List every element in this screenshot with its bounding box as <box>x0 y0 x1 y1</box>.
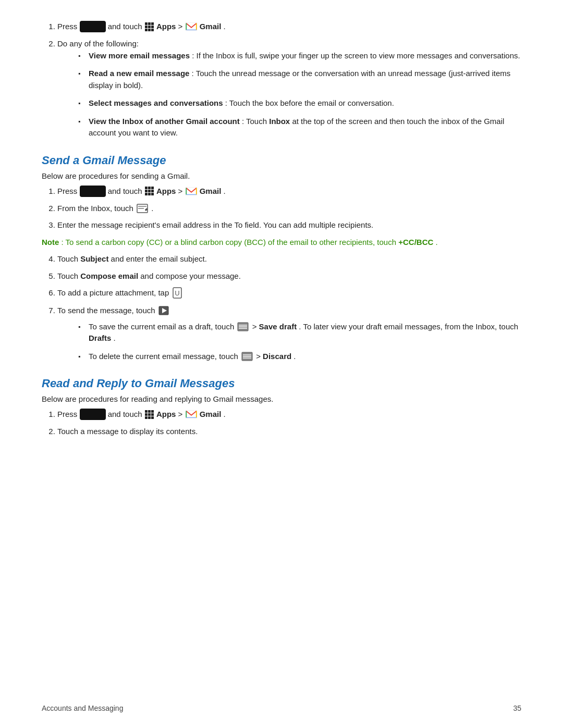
section2-bullets2: To save the current email as a draft, to… <box>78 321 521 363</box>
section2-subtext: Below are procedures for sending a Gmail… <box>42 171 521 180</box>
s3-gmail-label: Gmail <box>200 410 222 418</box>
note-block: Note : To send a carbon copy (CC) or a b… <box>42 237 521 249</box>
s3-gmail-icon <box>186 410 197 418</box>
s2-item2-period: . <box>151 204 153 213</box>
s2-item3-text: Enter the message recipient's email addr… <box>57 220 373 229</box>
bullet4-bold: View the Inbox of another Gmail account <box>89 117 240 126</box>
menu-icon-2 <box>241 352 253 361</box>
s2-compose-icon <box>137 204 148 213</box>
apps-grid-icon <box>145 22 154 31</box>
svg-rect-0 <box>186 22 197 31</box>
s2-gmail-icon <box>186 187 197 195</box>
bullet4-inbox: Inbox <box>269 117 290 126</box>
note-text-after: . <box>436 238 438 246</box>
section2-item5: Touch Compose email and compose your mes… <box>57 270 521 282</box>
s2-b1-pre: To save the current email as a draft, to… <box>89 322 236 331</box>
s2-b1-mid: . To later view your draft email message… <box>299 322 518 331</box>
period: . <box>224 22 226 31</box>
s2-item4-pre: Touch <box>57 254 80 263</box>
s2-arrow-text: > <box>178 187 185 195</box>
s3-apps-grid-icon <box>145 410 154 419</box>
s2-b1-arrow: > <box>252 322 259 331</box>
section1-bullets: View more email messages : If the Inbox … <box>78 50 521 139</box>
svg-text:U: U <box>175 289 180 297</box>
gmail-icon <box>186 22 197 31</box>
s2-item4-subject: Subject <box>80 254 108 263</box>
attachment-icon: U <box>172 287 182 299</box>
section1-list: Press and touch Apps > Gmail . Do any of… <box>57 21 521 139</box>
s3-arrow-text: > <box>178 410 185 418</box>
bullet2-bold: Read a new email message <box>89 69 189 78</box>
s2-b2-arrow: > <box>256 352 263 361</box>
footer-left: Accounts and Messaging <box>42 704 123 712</box>
s2-apps-grid-icon <box>145 187 154 195</box>
s2-b1-save: Save draft <box>259 322 297 331</box>
s2-press-text: Press <box>57 187 80 195</box>
s2-item5-post: and compose your message. <box>140 272 241 280</box>
s2-home-button-icon <box>80 186 106 197</box>
s2-item5-pre: Touch <box>57 272 80 280</box>
section1-item1: Press and touch Apps > Gmail . <box>57 21 521 33</box>
section2-item3: Enter the message recipient's email addr… <box>57 219 521 231</box>
and-touch-text: and touch <box>108 22 144 31</box>
s2-bullet2: To delete the current email message, tou… <box>78 351 521 363</box>
section2-list2: Touch Subject and enter the email subjec… <box>57 253 521 362</box>
s2-from-inbox: From the Inbox, touch <box>57 204 136 213</box>
s2-gmail-label: Gmail <box>200 187 222 195</box>
s2-b2-pre: To delete the current email message, tou… <box>89 352 240 361</box>
s2-b2-discard: Discard <box>263 352 291 361</box>
section2-item7: To send the message, touch To save the c… <box>57 305 521 362</box>
footer: Accounts and Messaging 35 <box>42 704 521 712</box>
section2-item2: From the Inbox, touch . <box>57 203 521 215</box>
bullet3-rest: : Touch the box before the email or conv… <box>225 98 394 107</box>
s2-item7-pre: To send the message, touch <box>57 306 157 315</box>
svg-rect-1 <box>186 187 197 195</box>
menu-icon-1 <box>237 322 249 331</box>
send-icon <box>158 306 169 315</box>
home-button-icon <box>80 21 106 32</box>
apps-label: Apps <box>156 22 176 31</box>
s2-item4-post: and enter the email subject. <box>111 254 207 263</box>
section3-subtext: Below are procedures for reading and rep… <box>42 394 521 403</box>
s2-b1-drafts: Drafts <box>89 334 111 342</box>
s2-b1-end: . <box>114 334 116 342</box>
section3-list: Press and touch Apps > Gmail . Touch a m… <box>57 409 521 438</box>
do-any-text: Do any of the following: <box>57 39 139 48</box>
s3-press-text: Press <box>57 410 80 418</box>
press-text: Press <box>57 22 80 31</box>
section3-heading: Read and Reply to Gmail Messages <box>42 377 521 390</box>
bullet-view-inbox: View the Inbox of another Gmail account … <box>78 116 521 139</box>
s3-home-button-icon <box>80 409 106 420</box>
s2-item5-compose: Compose email <box>80 272 138 280</box>
s3-item2-text: Touch a message to display its contents. <box>57 427 198 436</box>
footer-right: 35 <box>513 704 521 712</box>
bullet-view-more: View more email messages : If the Inbox … <box>78 50 521 62</box>
gmail-label: Gmail <box>200 22 222 31</box>
section2-heading: Send a Gmail Message <box>42 154 521 167</box>
section2-list1: Press and touch Apps > Gmail . From the … <box>57 186 521 231</box>
section1-item2: Do any of the following: View more email… <box>57 38 521 139</box>
bullet-select-messages: Select messages and conversations : Touc… <box>78 97 521 109</box>
s3-period: . <box>224 410 226 418</box>
svg-rect-18 <box>186 410 197 418</box>
s3-apps-label: Apps <box>156 410 176 418</box>
s2-period: . <box>224 187 226 195</box>
section3-item1: Press and touch Apps > Gmail . <box>57 409 521 421</box>
bullet4-rest1: : Touch <box>242 117 269 126</box>
s3-and-touch-text: and touch <box>108 410 144 418</box>
s2-and-touch-text: and touch <box>108 187 144 195</box>
s2-item6-pre: To add a picture attachment, tap <box>57 288 171 297</box>
s2-apps-label: Apps <box>156 187 176 195</box>
bullet-read-new: Read a new email message : Touch the unr… <box>78 68 521 91</box>
section2-item4: Touch Subject and enter the email subjec… <box>57 253 521 265</box>
section3-item2: Touch a message to display its contents. <box>57 426 521 438</box>
s2-b2-end: . <box>293 352 296 361</box>
cc-bcc-label: +CC/BCC <box>398 238 433 246</box>
section2-item1: Press and touch Apps > Gmail . <box>57 186 521 198</box>
bullet1-rest: : If the Inbox is full, swipe your finge… <box>192 51 520 60</box>
note-label: Note <box>42 238 59 246</box>
section2-item6: To add a picture attachment, tap U <box>57 287 521 300</box>
arrow-text: > <box>178 22 185 31</box>
bullet1-bold: View more email messages <box>89 51 190 60</box>
note-text-body: : To send a carbon copy (CC) or a blind … <box>62 238 399 246</box>
